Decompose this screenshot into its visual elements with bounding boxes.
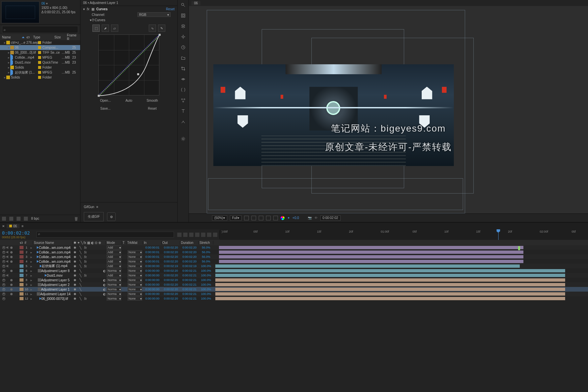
layer-bar[interactable]	[215, 278, 565, 282]
layer-stretch[interactable]: 100.0%	[199, 288, 213, 291]
layer-name[interactable]: Collide...wn.com.mp4	[33, 255, 73, 259]
layer-duration[interactable]: 0:00:02:21	[180, 297, 199, 300]
layer-out[interactable]: 0:00:02:20	[162, 297, 180, 300]
project-list[interactable]: ▸ctrl+z_...e 276.aepFolder▸06Composi...2…	[0, 40, 80, 215]
layer-row[interactable]: 6▸ Adjustment Layer 8✱╲◐Norma ▾None ▾0:0…	[0, 268, 588, 273]
layer-row[interactable]: 11▸ Adjustment Layer 14✱╲◐Norma ▾None ▾0…	[0, 292, 588, 296]
layer-bar[interactable]	[219, 251, 523, 254]
gifgun-make-btn[interactable]: 生成GIF	[84, 212, 104, 221]
layer-out[interactable]: 0:00:02:20	[162, 278, 180, 282]
blend-mode-select[interactable]: Add ▾	[107, 246, 121, 250]
label-color[interactable]	[38, 46, 41, 49]
zoom-select[interactable]: (50%) ▾	[212, 215, 227, 221]
current-time-indicator[interactable]	[498, 229, 499, 240]
project-item[interactable]: ▸ctrl+z_...e 276.aepFolder	[0, 40, 80, 45]
layer-duration[interactable]: 0:00:02:21	[180, 269, 199, 272]
layer-duration[interactable]: 0:00:02:20	[180, 255, 199, 258]
label-color[interactable]	[38, 56, 41, 59]
layer-stretch[interactable]: 100.0%	[199, 274, 213, 277]
bpc-toggle[interactable]	[24, 217, 28, 221]
layer-duration[interactable]: 0:00:02:20	[180, 251, 199, 254]
layer-row[interactable]: 1▸ Collide...wn.com.mp4✱╲fxAdd ▾0:00:00:…	[0, 245, 588, 250]
layer-bar[interactable]	[215, 283, 565, 286]
project-item[interactable]: ▸Dust1.movQuickTime…MB23	[0, 60, 80, 65]
layer-in[interactable]: 0:00:00:01	[143, 246, 162, 249]
layer-stretch[interactable]: 100.0%	[199, 283, 213, 286]
layer-duration[interactable]: 0:00:02:21	[180, 292, 199, 296]
layer-stretch[interactable]: 100.0%	[199, 297, 213, 300]
visibility-toggle[interactable]	[2, 255, 5, 258]
layer-out[interactable]: 0:00:02:20	[162, 246, 180, 249]
show-snapshot-icon[interactable]: 👁	[314, 216, 318, 220]
visibility-toggle[interactable]	[2, 260, 5, 263]
motionblur-icon[interactable]	[201, 233, 205, 237]
layer-out[interactable]: 0:00:02:20	[162, 251, 180, 254]
layer-row[interactable]: 2▸ Collide...wn.com.mp4✱╲fxAdd ▾None ▾0:…	[0, 250, 588, 254]
blend-mode-select[interactable]: Norma ▾	[107, 297, 121, 301]
layer-list[interactable]: 1▸ Collide...wn.com.mp4✱╲fxAdd ▾0:00:00:…	[0, 245, 588, 392]
adjust-icon[interactable]	[180, 119, 186, 125]
layer-row[interactable]: 4▸ Collide...wn.com.mp4✱╲fxAdd ▾None ▾0:…	[0, 259, 588, 264]
graph-editor-icon[interactable]	[207, 233, 211, 237]
brainstorm-icon[interactable]	[213, 233, 217, 237]
label-color[interactable]	[38, 66, 41, 69]
label-color[interactable]	[20, 274, 24, 277]
curves-save-btn[interactable]: Save...	[95, 105, 115, 111]
layer-bar[interactable]	[215, 274, 565, 277]
blend-mode-select[interactable]: Add ▾	[107, 273, 121, 277]
solo-toggle[interactable]	[10, 247, 13, 249]
layer-stretch[interactable]: 56.0%	[199, 260, 213, 263]
layer-name[interactable]: Adjustment Layer 5	[33, 278, 73, 282]
comp-flowchart-icon[interactable]	[177, 233, 182, 237]
layer-name[interactable]: Adjustment Layer 1	[33, 288, 73, 291]
viewer-tab[interactable]: 06	[191, 1, 200, 5]
layer-switches[interactable]: ✱╲fx	[73, 297, 106, 301]
layer-out[interactable]: 0:00:02:20	[162, 269, 180, 272]
project-item[interactable]: ▸06Composi...25	[0, 45, 80, 50]
layer-in[interactable]: 0:00:00:00	[143, 274, 162, 277]
blend-mode-select[interactable]: Norma ▾	[107, 292, 121, 296]
layer-bar[interactable]	[215, 264, 520, 268]
draft3d-icon[interactable]	[183, 233, 187, 237]
layer-switches[interactable]: ✱╲fx	[73, 264, 106, 268]
layer-out[interactable]: 0:00:02:20	[162, 283, 180, 286]
guides-icon[interactable]	[273, 216, 278, 220]
solo-toggle[interactable]	[10, 256, 13, 258]
trkmat-select[interactable]: None ▾	[128, 259, 142, 263]
curves-graph[interactable]	[98, 34, 159, 95]
layer-stretch[interactable]: 100.0%	[199, 292, 213, 296]
roi-icon[interactable]	[259, 216, 263, 220]
trkmat-select[interactable]: None ▾	[128, 255, 142, 259]
label-color[interactable]	[38, 71, 41, 74]
label-color[interactable]	[38, 61, 41, 64]
label-color[interactable]	[20, 260, 24, 263]
curve-channel-rgb-btn[interactable]: ⬚	[92, 25, 100, 32]
layer-duration[interactable]: 0:00:02:20	[180, 260, 199, 263]
layer-out[interactable]: 0:00:02:19	[162, 264, 180, 268]
gifgun-settings-btn[interactable]: ⚙	[107, 212, 116, 221]
crop-icon[interactable]	[180, 66, 186, 72]
label-color[interactable]	[20, 269, 24, 272]
time-ruler[interactable]: ):00f05f10f15f20f01:00f05f10f15f20f02:00…	[220, 229, 588, 240]
layer-name[interactable]: Adjustment Layer 8	[33, 269, 73, 273]
layer-duration[interactable]: 0:00:02:21	[180, 274, 199, 277]
layer-switches[interactable]: ✱╲fx	[73, 260, 106, 263]
blend-mode-select[interactable]: Add ▾	[107, 264, 121, 268]
interpret-icon[interactable]	[2, 217, 6, 221]
label-color[interactable]	[20, 288, 24, 291]
search-icon[interactable]	[180, 2, 186, 8]
visibility-toggle[interactable]	[2, 274, 5, 277]
blend-mode-select[interactable]: Add ▾	[107, 255, 121, 259]
layer-duration[interactable]: 0:00:02:19	[180, 264, 199, 268]
layer-duration[interactable]: 0:00:02:20	[180, 246, 199, 249]
preset-icon[interactable]: ▦	[91, 7, 94, 11]
layer-out[interactable]: 0:00:02:20	[162, 274, 180, 277]
layer-in[interactable]: 0:00:00:00	[143, 283, 162, 286]
layer-name[interactable]: Dust1.mov	[33, 274, 73, 277]
label-color[interactable]	[20, 246, 24, 249]
settings-icon[interactable]	[180, 136, 186, 142]
grid-icon[interactable]	[266, 216, 271, 220]
comp-thumbnail[interactable]	[1, 1, 39, 23]
blend-mode-select[interactable]: Add ▾	[107, 259, 121, 263]
text-icon[interactable]	[180, 108, 186, 114]
